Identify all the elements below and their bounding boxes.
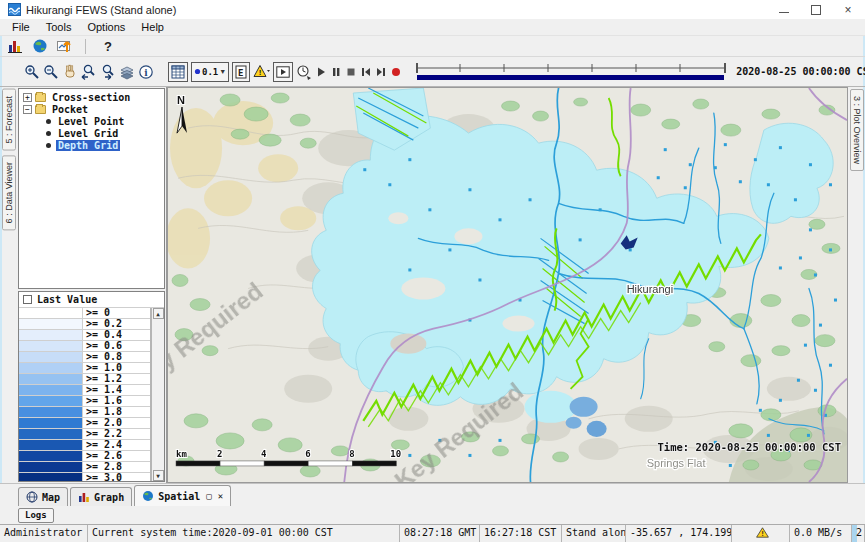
legend-row[interactable]: >= 2.4 — [19, 440, 150, 451]
legend-button[interactable]: E — [232, 62, 250, 82]
stop-button-icon[interactable] — [345, 62, 357, 82]
spatial-display-icon[interactable] — [56, 38, 73, 54]
collapse-icon[interactable]: − — [23, 105, 32, 114]
legend-row[interactable]: >= 3.0 — [19, 473, 150, 481]
logs-button[interactable]: Logs — [18, 508, 54, 523]
legend-row[interactable]: >= 0.2 — [19, 319, 150, 330]
pan-hand-icon[interactable] — [62, 62, 78, 82]
folder-icon — [35, 93, 46, 102]
minimize-button-icon[interactable] — [779, 7, 789, 13]
color-swatch — [19, 352, 83, 362]
legend-row[interactable]: >= 2.2 — [19, 429, 150, 440]
logs-row: Logs — [0, 506, 865, 524]
close-button-icon[interactable]: × — [843, 5, 853, 15]
map-display-icon[interactable] — [31, 38, 48, 54]
tab-plot-overview[interactable]: 3 : Plot Overview — [850, 89, 864, 171]
toolbar-separator — [85, 39, 86, 54]
legend-row[interactable]: >= 1.2 — [19, 374, 150, 385]
tab-data-viewer[interactable]: 6 : Data Viewer — [2, 155, 16, 230]
status-warning[interactable]: ! — [732, 525, 790, 542]
contour-interval-value: 0.1 — [202, 67, 218, 77]
tab-close-icon[interactable]: ✕ — [218, 491, 223, 501]
zoom-in-icon[interactable] — [24, 62, 40, 82]
legend-row[interactable]: >= 1.0 — [19, 363, 150, 374]
zoom-previous-icon[interactable] — [81, 62, 97, 82]
tree-item-cross-section[interactable]: + Cross-section — [19, 91, 164, 103]
legend-row[interactable]: >= 1.4 — [19, 385, 150, 396]
status-local-time: 16:27:18 CST — [480, 525, 562, 542]
animation-timer-icon[interactable] — [296, 62, 312, 82]
legend-scrollbar[interactable]: ▲ ▼ — [151, 308, 164, 481]
tab-forecast[interactable]: 5 : Forecast — [2, 89, 16, 151]
svg-text:10: 10 — [390, 449, 401, 459]
tree-item-depth-grid[interactable]: Depth Grid — [19, 139, 164, 151]
legend-panel: Last Value >= 0 >= 0.2 >= 0.4 >= 0.6 >= … — [18, 291, 165, 482]
tree-item-pocket[interactable]: − Pocket — [19, 103, 164, 115]
legend-row[interactable]: >= 2.8 — [19, 462, 150, 473]
legend-row[interactable]: >= 0.4 — [19, 330, 150, 341]
main-toolbar: ? — [0, 36, 865, 57]
status-user: Administrator — [0, 525, 88, 542]
map-canvas[interactable]: API Key Required API Key Required Hikura… — [168, 88, 847, 482]
menu-bar: File Tools Options Help — [0, 19, 865, 36]
menu-options[interactable]: Options — [79, 20, 133, 34]
animation-player-button[interactable] — [273, 62, 293, 82]
zoom-next-icon[interactable] — [100, 62, 116, 82]
legend-row[interactable]: >= 0 — [19, 308, 150, 319]
left-tab-strip: 5 : Forecast 6 : Data Viewer — [0, 87, 17, 483]
legend-row[interactable]: >= 2.6 — [19, 451, 150, 462]
title-bar: Hikurangi FEWS (Stand alone) × — [0, 0, 865, 19]
timeline-timestamp: 2020-08-25 00:00:00 CST — [736, 66, 865, 77]
legend-row[interactable]: >= 0.6 — [19, 341, 150, 352]
window-title: Hikurangi FEWS (Stand alone) — [26, 4, 779, 16]
contour-interval-dropdown[interactable]: 0.1 ▼ — [191, 62, 229, 82]
menu-help[interactable]: Help — [133, 20, 172, 34]
tab-maximize-icon[interactable]: ▢ — [206, 491, 211, 501]
folder-icon — [35, 105, 46, 114]
timeline-slider[interactable] — [415, 62, 727, 82]
color-swatch — [19, 440, 83, 450]
color-swatch — [19, 429, 83, 439]
warning-threshold-dropdown[interactable]: ! — [253, 62, 270, 82]
svg-text:6: 6 — [305, 449, 310, 459]
help-button[interactable]: ? — [98, 39, 118, 54]
tree-item-level-point[interactable]: Level Point — [19, 115, 164, 127]
legend-row[interactable]: >= 1.6 — [19, 396, 150, 407]
expand-icon[interactable]: + — [23, 93, 32, 102]
color-swatch — [19, 308, 83, 318]
svg-text:E: E — [238, 67, 243, 77]
last-value-checkbox[interactable] — [23, 295, 32, 304]
scroll-up-icon[interactable]: ▲ — [153, 308, 164, 319]
menu-tools[interactable]: Tools — [38, 20, 80, 34]
zoom-out-icon[interactable] — [43, 62, 59, 82]
record-button-icon[interactable] — [390, 62, 402, 82]
info-icon[interactable]: i — [138, 62, 154, 82]
menu-file[interactable]: File — [4, 20, 38, 34]
scroll-down-icon[interactable]: ▼ — [153, 470, 164, 481]
timeline-progress-bar — [417, 75, 724, 80]
maximize-button-icon[interactable] — [811, 5, 821, 15]
status-coordinates: -35.657 , 174.199 — [626, 525, 732, 542]
pause-button-icon[interactable] — [330, 62, 342, 82]
status-memory: 2.5 GB — [852, 525, 865, 542]
color-swatch — [19, 319, 83, 329]
layers-icon[interactable] — [119, 62, 135, 82]
svg-text:!: ! — [259, 68, 262, 77]
timeseries-display-icon[interactable] — [6, 38, 23, 54]
tree-item-level-grid[interactable]: Level Grid — [19, 127, 164, 139]
color-swatch — [19, 473, 83, 481]
legend-row[interactable]: >= 2.0 — [19, 418, 150, 429]
play-button-icon[interactable] — [315, 62, 327, 82]
bar-chart-icon — [78, 491, 90, 503]
tab-map[interactable]: Map — [18, 487, 68, 506]
tab-graph[interactable]: Graph — [70, 487, 132, 506]
legend-row[interactable]: >= 0.8 — [19, 352, 150, 363]
bullet-icon — [46, 119, 51, 124]
map-viewport[interactable]: API Key Required API Key Required Hikura… — [167, 87, 848, 483]
skip-to-end-icon[interactable] — [375, 62, 387, 82]
skip-to-start-icon[interactable] — [360, 62, 372, 82]
legend-row[interactable]: >= 1.8 — [19, 407, 150, 418]
app-logo-icon — [8, 3, 21, 16]
tab-spatial[interactable]: Spatial ▢ ✕ — [134, 485, 231, 506]
grid-display-button[interactable] — [168, 62, 188, 82]
